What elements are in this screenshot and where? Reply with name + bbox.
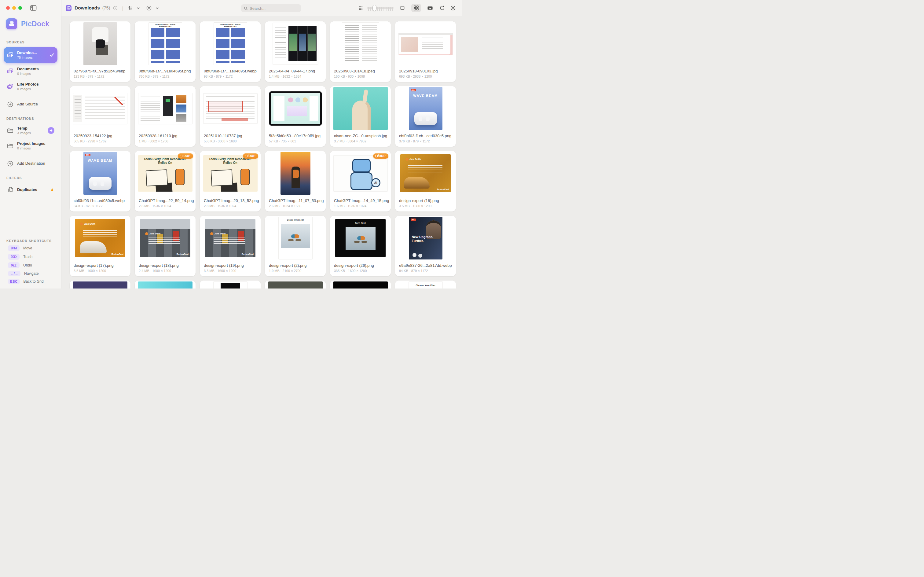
thumbnail-text: Jane Smith [409,158,421,160]
sort-button[interactable] [127,5,134,11]
image-card[interactable]: JBL WAVE BEAM cbf0bf03-f1cb...ced030c5.p… [395,86,456,147]
view-preview-button[interactable] [425,4,435,12]
search-icon [244,6,248,10]
image-card[interactable]: Six Reasons to Choose WAVE200TWS 0bf8f86… [135,21,196,82]
image-card[interactable]: 20250903-101418.jpeg 150 KB · 930 × 1098 [330,21,391,82]
image-meta: 376 KB · 879 × 1172 [395,138,456,143]
image-thumbnail: Jane Smith ReviewCast [200,216,261,260]
sidebar-item-temp[interactable]: Temp 3 images [4,124,58,137]
image-card[interactable]: 20250918-090103.jpg 693 KB · 2938 × 1200 [395,21,456,82]
info-icon[interactable] [113,5,118,11]
image-card[interactable]: 5f3e5fd0a53...89e17e0ff9.jpg 57 KB · 735… [265,86,326,147]
add-source-button[interactable]: Add Source [4,98,58,110]
image-card[interactable]: Choose Your Plan [395,280,456,288]
shortcut-key: ⌘Z [8,262,19,268]
photo-stack-icon [7,52,14,59]
image-filename: 20250928-161210.jpg [135,131,196,138]
zoom-window-button[interactable] [18,6,22,10]
image-meta: 150 KB · 930 × 1098 [330,73,391,78]
image-card[interactable]: Jane Smith ReviewCast design-export (19)… [200,216,261,276]
sidebar-toggle-icon[interactable] [30,5,37,11]
image-card[interactable]: 02796875-f0...97d52b4.webp 123 KB · 879 … [70,21,130,82]
thumbnail-graphic [333,87,388,130]
image-card[interactable] [200,280,261,288]
move-to-destination-button[interactable] [48,127,55,134]
image-card[interactable]: 20250928-161210.jpg 1 MB · 3002 × 1706 [135,86,196,147]
image-meta: 3.3 MB · 1600 × 1200 [200,268,261,272]
image-card[interactable]: Six Reasons to Choose WAVE200TWS 0bf8f86… [200,21,261,82]
thumbnail-graphic [73,93,127,124]
image-meta: 1.4 MB · 1632 × 1534 [265,73,326,78]
sidebar-item-duplicates[interactable]: Duplicates 4 [4,183,58,197]
toolbar-separator: | [122,5,123,11]
image-card[interactable]: Tools Every Plant Researcher Relies On D… [135,151,196,211]
chevron-down-icon[interactable] [136,6,140,10]
image-meta: 1 MB · 3002 × 1706 [135,138,196,143]
minimize-window-button[interactable] [12,6,16,10]
folder-icon [7,127,14,134]
slider-thumb[interactable] [372,5,377,11]
image-filename: cbf0bf03-f1c...ed030c5.webp [70,196,130,203]
destination-title: Temp [17,126,31,131]
image-card[interactable] [70,280,130,288]
image-thumbnail [330,280,391,288]
thumbnail-graphic: AI [333,155,388,192]
image-meta: 1.9 MB · 2160 × 2700 [265,268,326,272]
image-card[interactable]: 2025-04-04_09-44-17.png 1.4 MB · 1632 × … [265,21,326,82]
image-card[interactable]: Jane Smith ReviewCast design-export (16)… [395,151,456,211]
search-input[interactable] [250,6,298,11]
add-destination-button[interactable]: Add Destination [4,158,58,169]
view-grid-button[interactable] [411,4,421,12]
sidebar-item-downloads[interactable]: Downloa... 75 images [4,47,58,63]
sidebar-item-life-photos[interactable]: Life Photos 0 images [4,79,58,93]
image-card[interactable] [265,280,326,288]
view-single-button[interactable] [398,4,407,12]
image-card[interactable]: JBL New Upgrade. Further. e9a9e837-26...… [395,216,456,276]
thumbnail-graphic [342,22,379,65]
destinations-section-label: DESTINATIONS [6,117,61,121]
image-card[interactable]: Double click to edit design-export (2).p… [265,216,326,276]
thumbnail-graphic: Double click to edit [278,217,312,259]
filter-button[interactable] [145,5,153,11]
image-card[interactable]: Jane Smith ReviewCast design-export (17)… [70,216,130,276]
thumbnail-text: Double click to edit [278,219,312,221]
photo-stack-icon [7,83,14,90]
image-card[interactable]: 20251010-110737.jpg 553 KB · 3008 × 1688 [200,86,261,147]
thumbnail-text: Six Reasons to Choose WAVE200TWS [214,24,246,27]
image-thumbnail [265,280,326,288]
sidebar-item-project-images[interactable]: Project Images 0 images [4,139,58,153]
search-bar[interactable] [241,4,301,12]
image-card[interactable] [330,280,391,288]
thumbnail-graphic: JBL New Upgrade. Further. [409,217,443,259]
settings-gear-icon[interactable] [449,5,457,11]
thumbnail-zoom-slider[interactable] [367,5,394,11]
image-thumbnail [70,86,130,131]
image-filename: ChatGPT Imag...14_49_15.png [330,196,391,203]
image-meta: 335 KB · 1600 × 1200 [330,268,391,272]
image-card[interactable]: ChatGPT Imag...11_07_53.png 2.6 MB · 102… [265,151,326,211]
image-filename: ChatGPT Imag...11_07_53.png [265,196,326,203]
close-window-button[interactable] [6,6,10,10]
image-card[interactable]: Tools Every Plant Researcher Relies On D… [200,151,261,211]
sidebar-item-documents[interactable]: Documents 0 images [4,64,58,78]
image-card[interactable]: Jane Smith ReviewCast design-export (18)… [135,216,196,276]
thumbnail-text: ReviewCast [437,188,449,190]
chevron-down-icon[interactable] [155,6,159,10]
thumbnail-graphic: Jane Smith ReviewCast [140,219,190,257]
image-card[interactable] [135,280,196,288]
image-card[interactable]: Nice Bird design-export (26).png 335 KB … [330,216,391,276]
thumbnail-graphic: JBL WAVE BEAM [409,87,443,130]
image-card[interactable]: alvan-nee-ZC...0-unsplash.jpg 3.7 MB · 5… [330,86,391,147]
thumbnail-graphic [138,282,193,288]
folder-icon [7,142,14,150]
image-card[interactable]: AI DUP ChatGPT Imag...14_49_15.png 1.6 M… [330,151,391,211]
refresh-button[interactable] [439,5,446,11]
plus-circle-icon [7,101,14,108]
duplicates-count-badge: 4 [51,188,55,192]
sidebar: PicDock SOURCES Downloa... 75 images [0,0,61,288]
source-title: Downloa... [17,50,37,55]
image-card[interactable]: JBL WAVE BEAM cbf0bf03-f1c...ed030c5.web… [70,151,130,211]
checkmark-icon [50,53,55,58]
image-card[interactable]: 20250923-154122.jpg 505 KB · 2998 × 1762 [70,86,130,147]
thumbnail-graphic [333,282,388,288]
